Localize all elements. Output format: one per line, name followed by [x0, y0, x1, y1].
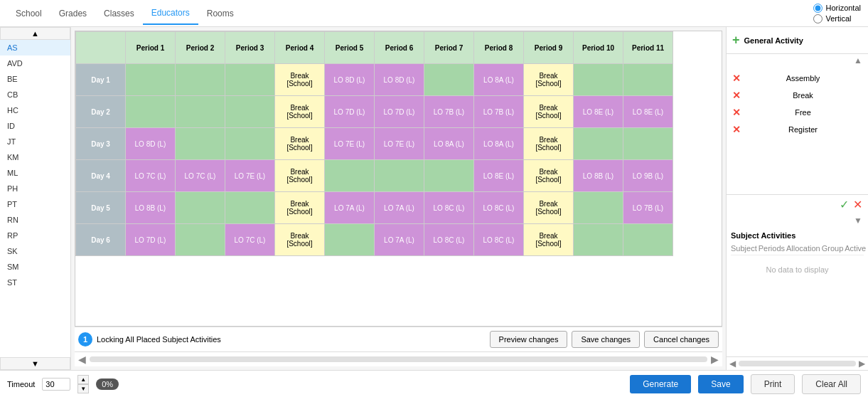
nav-rooms[interactable]: Rooms: [198, 3, 242, 24]
activity-list-scroll-down[interactable]: ▼: [727, 214, 868, 227]
right-scroll-track[interactable]: [739, 361, 856, 366]
cell-d2-p6[interactable]: LO 7D (L): [375, 96, 424, 128]
sidebar-item-cb[interactable]: CB: [0, 87, 70, 102]
save-changes-button[interactable]: Save changes: [572, 331, 640, 348]
cell-d6-p11[interactable]: [623, 224, 673, 256]
sidebar-item-as[interactable]: AS: [0, 40, 70, 55]
sidebar-item-ph[interactable]: PH: [0, 181, 70, 196]
cell-d5-p9[interactable]: Break[School]: [524, 192, 574, 224]
generate-button[interactable]: Generate: [630, 375, 691, 393]
remove-free-button[interactable]: ✕: [732, 107, 741, 118]
cell-d3-p4[interactable]: Break[School]: [275, 128, 325, 160]
cancel-activity-button[interactable]: ✕: [853, 198, 862, 211]
cell-d6-p1[interactable]: LO 7D (L): [126, 224, 176, 256]
timeout-up-button[interactable]: ▲: [77, 375, 89, 384]
cell-d1-p9[interactable]: Break[School]: [524, 64, 574, 96]
cell-d1-p1[interactable]: [126, 64, 176, 96]
timeout-spinner[interactable]: ▲ ▼: [77, 375, 89, 393]
cell-d4-p1[interactable]: LO 7C (L): [126, 160, 176, 192]
cell-d5-p6[interactable]: LO 7A (L): [375, 192, 424, 224]
cell-d5-p7[interactable]: LO 8C (L): [424, 192, 474, 224]
sidebar-item-sm[interactable]: SM: [0, 259, 70, 275]
preview-changes-button[interactable]: Preview changes: [490, 331, 568, 348]
cell-d6-p7[interactable]: LO 8C (L): [424, 224, 474, 256]
cell-d4-p11[interactable]: LO 9B (L): [623, 160, 673, 192]
remove-register-button[interactable]: ✕: [732, 124, 741, 135]
save-button[interactable]: Save: [698, 375, 743, 393]
nav-educators[interactable]: Educators: [143, 2, 198, 25]
cell-d2-p10[interactable]: LO 8E (L): [574, 96, 623, 128]
cell-d1-p6[interactable]: LO 8D (L): [375, 64, 424, 96]
cell-d4-p5[interactable]: [325, 160, 375, 192]
horizontal-scrollbar[interactable]: ◀ ▶: [75, 351, 722, 366]
nav-grades[interactable]: Grades: [50, 3, 95, 24]
cell-d6-p6[interactable]: LO 7A (L): [375, 224, 424, 256]
cell-d5-p11[interactable]: LO 7B (L): [623, 192, 673, 224]
confirm-activity-button[interactable]: ✓: [840, 198, 849, 211]
cell-d2-p11[interactable]: LO 8E (L): [623, 96, 673, 128]
cell-d2-p7[interactable]: LO 7B (L): [424, 96, 474, 128]
sidebar-item-avd[interactable]: AVD: [0, 55, 70, 71]
sidebar-item-pt[interactable]: PT: [0, 196, 70, 212]
cell-d2-p1[interactable]: [126, 96, 176, 128]
scroll-right-btn[interactable]: ▶: [711, 354, 719, 365]
cell-d5-p5[interactable]: LO 7A (L): [325, 192, 375, 224]
cell-d4-p2[interactable]: LO 7C (L): [176, 160, 225, 192]
sidebar-item-rp[interactable]: RP: [0, 228, 70, 243]
activity-list-scroll-up[interactable]: ▲: [727, 54, 868, 67]
sidebar-item-hc[interactable]: HC: [0, 102, 70, 118]
cell-d6-p5[interactable]: [325, 224, 375, 256]
cell-d4-p3[interactable]: LO 7E (L): [225, 160, 275, 192]
cell-d5-p4[interactable]: Break[School]: [275, 192, 325, 224]
cell-d3-p6[interactable]: LO 7E (L): [375, 128, 424, 160]
cell-d5-p2[interactable]: [176, 192, 225, 224]
nav-school[interactable]: School: [7, 3, 50, 24]
cell-d6-p8[interactable]: LO 8C (L): [474, 224, 524, 256]
cell-d2-p8[interactable]: LO 7B (L): [474, 96, 524, 128]
remove-assembly-button[interactable]: ✕: [732, 73, 741, 84]
vertical-option[interactable]: Vertical: [813, 14, 851, 23]
cell-d2-p3[interactable]: [225, 96, 275, 128]
cell-d4-p8[interactable]: LO 8E (L): [474, 160, 524, 192]
sidebar-item-sk[interactable]: SK: [0, 243, 70, 259]
cell-d2-p9[interactable]: Break[School]: [524, 96, 574, 128]
timeout-input[interactable]: [42, 378, 70, 391]
cell-d6-p2[interactable]: [176, 224, 225, 256]
sidebar-item-id[interactable]: ID: [0, 118, 70, 134]
sidebar-item-ml[interactable]: ML: [0, 165, 70, 181]
cell-d6-p9[interactable]: Break[School]: [524, 224, 574, 256]
sidebar-item-jt[interactable]: JT: [0, 134, 70, 149]
cell-d3-p3[interactable]: [225, 128, 275, 160]
cell-d4-p4[interactable]: Break[School]: [275, 160, 325, 192]
cell-d3-p10[interactable]: [574, 128, 623, 160]
sidebar-item-st[interactable]: ST: [0, 275, 70, 290]
cell-d4-p6[interactable]: [375, 160, 424, 192]
cell-d2-p5[interactable]: LO 7D (L): [325, 96, 375, 128]
cell-d6-p10[interactable]: [574, 224, 623, 256]
sidebar-item-rn[interactable]: RN: [0, 212, 70, 228]
cell-d1-p5[interactable]: LO 8D (L): [325, 64, 375, 96]
sidebar-scroll-down[interactable]: ▼: [0, 357, 70, 370]
cell-d3-p5[interactable]: LO 7E (L): [325, 128, 375, 160]
right-scroll-left-btn[interactable]: ◀: [729, 359, 736, 369]
cell-d4-p7[interactable]: [424, 160, 474, 192]
cell-d2-p4[interactable]: Break[School]: [275, 96, 325, 128]
cell-d3-p7[interactable]: LO 8A (L): [424, 128, 474, 160]
cell-d5-p10[interactable]: [574, 192, 623, 224]
print-button[interactable]: Print: [751, 374, 795, 394]
cell-d6-p4[interactable]: Break[School]: [275, 224, 325, 256]
cell-d6-p3[interactable]: LO 7C (L): [225, 224, 275, 256]
cell-d3-p9[interactable]: Break[School]: [524, 128, 574, 160]
cell-d1-p10[interactable]: [574, 64, 623, 96]
sidebar-scroll-up[interactable]: ▲: [0, 27, 70, 40]
cell-d5-p8[interactable]: LO 8C (L): [474, 192, 524, 224]
cell-d4-p10[interactable]: LO 8B (L): [574, 160, 623, 192]
cancel-changes-button[interactable]: Cancel changes: [644, 331, 719, 348]
cell-d5-p3[interactable]: [225, 192, 275, 224]
cell-d1-p7[interactable]: [424, 64, 474, 96]
nav-classes[interactable]: Classes: [95, 3, 143, 24]
scroll-left-btn[interactable]: ◀: [78, 354, 86, 365]
right-scroll-right-btn[interactable]: ▶: [859, 359, 865, 369]
cell-d3-p2[interactable]: [176, 128, 225, 160]
sidebar-item-km[interactable]: KM: [0, 149, 70, 165]
